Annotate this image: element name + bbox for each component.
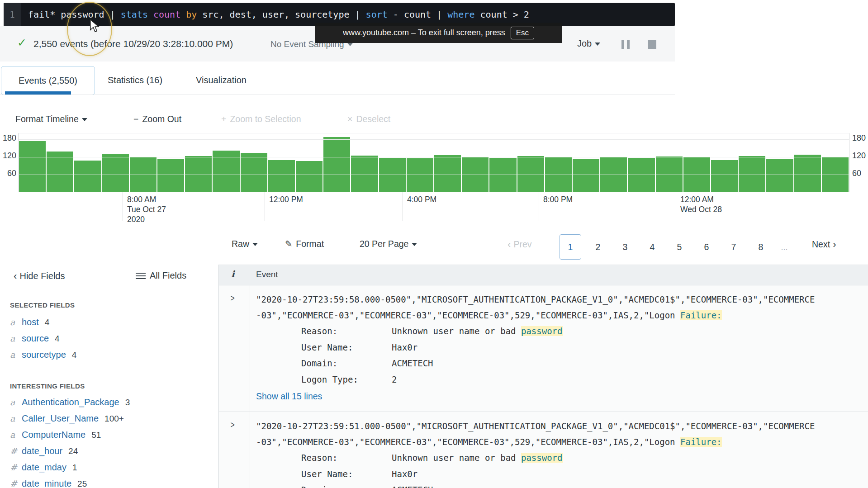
field-name[interactable]: Authentication_Package: [22, 397, 119, 407]
events-table-header: i Event: [219, 265, 868, 285]
field-value-count: 4: [45, 317, 50, 327]
x-axis-label: 4:00 PM: [407, 194, 436, 204]
field-name[interactable]: source: [22, 333, 49, 343]
timeline-bar[interactable]: [407, 158, 433, 192]
hide-fields-link[interactable]: ‹ Hide Fields: [14, 270, 65, 282]
timeline-bar[interactable]: [656, 156, 683, 192]
expand-chevron-icon[interactable]: >: [231, 419, 235, 430]
timeline-bar[interactable]: [323, 137, 350, 192]
caret-down-icon: [412, 243, 417, 246]
page-button-3[interactable]: 3: [615, 235, 636, 259]
field-item-date_mday[interactable]: #date_mday1: [10, 459, 209, 475]
minus-icon: −: [133, 114, 138, 124]
job-dropdown[interactable]: Job: [577, 38, 600, 49]
field-name[interactable]: date_hour: [22, 446, 62, 456]
zoom-out-button[interactable]: −Zoom Out: [133, 114, 181, 124]
timeline-bar[interactable]: [573, 159, 599, 192]
field-item-host[interactable]: ahost4: [10, 314, 209, 330]
timeline-bar[interactable]: [102, 154, 129, 192]
field-name[interactable]: sourcetype: [22, 350, 66, 360]
success-check-icon: ✓: [17, 36, 27, 49]
page-button-8[interactable]: 8: [750, 235, 771, 259]
chevron-left-icon: ‹: [508, 239, 513, 250]
field-name[interactable]: Caller_User_Name: [22, 413, 99, 423]
field-value-count: 100+: [104, 414, 124, 423]
per-page-dropdown[interactable]: 20 Per Page: [360, 239, 417, 249]
event-raw-line: -03","ECOMMERCE-03","ECOMMERCE-03","ECOM…: [256, 308, 859, 323]
tab-statistics[interactable]: Statistics (16): [108, 75, 162, 85]
plus-icon: +: [221, 114, 226, 124]
timeline-bar[interactable]: [185, 156, 212, 192]
timeline-bar[interactable]: [711, 160, 738, 192]
x-axis-label-line: 12:00 AM: [680, 194, 722, 204]
page-button-7[interactable]: 7: [723, 235, 744, 259]
page-button-6[interactable]: 6: [696, 235, 717, 259]
field-item-ComputerName[interactable]: aComputerName51: [10, 426, 209, 443]
next-page-button[interactable]: Next ›: [812, 239, 836, 251]
raw-dropdown[interactable]: Raw: [232, 239, 258, 249]
field-item-source[interactable]: asource4: [10, 330, 209, 346]
field-value-count: 51: [91, 430, 101, 440]
field-item-Authentication_Package[interactable]: aAuthentication_Package3: [10, 394, 209, 410]
y-axis-label-right: 180: [852, 133, 868, 143]
field-name[interactable]: ComputerName: [22, 430, 85, 440]
list-icon: [136, 272, 146, 280]
pause-button[interactable]: [621, 40, 630, 49]
field-value-count: 4: [55, 334, 60, 343]
pagination: 12345678...: [560, 234, 796, 260]
page-button-5[interactable]: 5: [669, 235, 690, 259]
query-token: by: [180, 9, 197, 20]
timeline-bar[interactable]: [739, 156, 765, 192]
all-fields-link[interactable]: All Fields: [136, 270, 186, 281]
expand-chevron-icon[interactable]: >: [231, 293, 235, 303]
tab-visualization[interactable]: Visualization: [196, 75, 247, 85]
field-type-icon: a: [10, 346, 19, 363]
tab-events[interactable]: Events (2,550): [1, 66, 95, 95]
field-type-icon: a: [10, 330, 19, 346]
timeline-bar[interactable]: [241, 153, 267, 192]
field-item-sourcetype[interactable]: asourcetype4: [10, 346, 209, 363]
y-axis-label-left: 180: [1, 133, 16, 143]
timeline-bar[interactable]: [47, 152, 73, 192]
query-token: sort: [366, 9, 388, 20]
search-term-highlight: password: [521, 326, 563, 336]
timeline-bar[interactable]: [517, 156, 544, 192]
chevron-left-icon: ‹: [14, 270, 19, 282]
timeline-bar[interactable]: [766, 159, 793, 192]
timeline-chart[interactable]: [18, 133, 849, 192]
info-column-header: i: [231, 269, 235, 280]
page-button-4[interactable]: 4: [642, 235, 663, 259]
events-panel: i Event > "2020-10-27T23:59:58.000-0500"…: [219, 265, 868, 488]
field-name[interactable]: date_minute: [22, 479, 71, 488]
caret-down-icon: [252, 243, 258, 246]
esc-key: Esc: [511, 27, 534, 39]
pagination-ellipsis: ...: [778, 242, 791, 252]
timeline-bar[interactable]: [74, 161, 101, 192]
timeline-bar[interactable]: [794, 155, 821, 192]
field-type-icon: #: [10, 475, 19, 488]
zoom-to-selection-button: +Zoom to Selection: [221, 114, 301, 124]
timeline-bar[interactable]: [296, 161, 323, 192]
field-item-date_hour[interactable]: #date_hour24: [10, 443, 209, 459]
timeline-bar[interactable]: [351, 156, 378, 192]
field-type-icon: #: [10, 443, 19, 459]
format-timeline-dropdown[interactable]: Format Timeline: [15, 114, 87, 124]
event-field-row: Reason:Unknown user name or bad password: [256, 450, 859, 466]
field-item-date_minute[interactable]: #date_minute25: [10, 475, 209, 488]
event-field-row: User Name:Hax0r: [256, 340, 859, 356]
timeline-bar[interactable]: [157, 159, 184, 192]
deselect-button: ×Deselect: [347, 114, 390, 124]
field-item-Caller_User_Name[interactable]: aCaller_User_Name100+: [10, 410, 209, 426]
page-button-2[interactable]: 2: [588, 235, 608, 259]
field-name[interactable]: host: [22, 317, 39, 327]
x-axis-tick: [539, 192, 539, 221]
timeline-bar[interactable]: [434, 155, 461, 192]
field-name[interactable]: date_mday: [22, 462, 66, 472]
timeline-bar[interactable]: [19, 141, 46, 192]
stop-button[interactable]: [648, 40, 656, 49]
format-button[interactable]: ✎Format: [285, 239, 324, 249]
page-button-1[interactable]: 1: [560, 234, 581, 260]
event-raw-line: "2020-10-27T23:59:51.000-0500","MICROSOF…: [256, 418, 859, 434]
show-all-lines-link[interactable]: Show all 15 lines: [256, 389, 859, 404]
timeline-bar[interactable]: [268, 160, 295, 192]
